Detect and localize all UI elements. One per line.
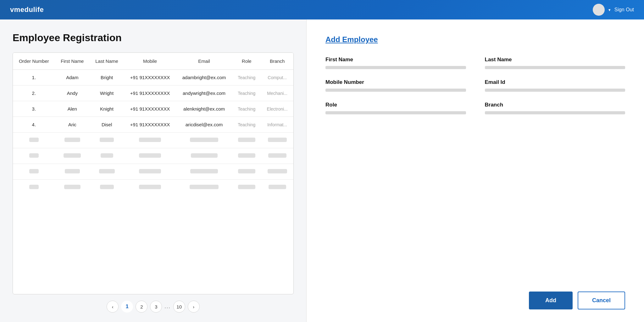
cell-first-name: Aric bbox=[55, 117, 90, 133]
skeleton-cell bbox=[124, 133, 176, 148]
cell-mobile: +91 91XXXXXXXX bbox=[124, 101, 176, 117]
email-input[interactable] bbox=[485, 89, 625, 92]
first-name-group: First Name bbox=[325, 57, 466, 69]
col-first-name: First Name bbox=[55, 53, 90, 70]
cell-mobile: +91 91XXXXXXXX bbox=[124, 117, 176, 133]
page-1-button[interactable]: 1 bbox=[121, 301, 133, 313]
last-name-label: Last Name bbox=[485, 57, 625, 63]
mobile-input[interactable] bbox=[325, 89, 466, 92]
signout-button[interactable]: Sign Out bbox=[614, 7, 634, 13]
cell-branch: Electroni... bbox=[261, 101, 293, 117]
branch-group: Branch bbox=[485, 102, 625, 114]
cell-first-name: Alen bbox=[55, 101, 90, 117]
dropdown-icon[interactable]: ▾ bbox=[608, 8, 611, 12]
table-row[interactable]: 1. Adam Bright +91 91XXXXXXXX adambright… bbox=[13, 70, 293, 85]
table-skeleton-row bbox=[13, 164, 293, 180]
skeleton-cell bbox=[90, 133, 124, 148]
skeleton-cell bbox=[232, 148, 261, 164]
mobile-group: Mobile Number bbox=[325, 79, 466, 92]
skeleton-cell bbox=[90, 164, 124, 180]
skeleton-cell bbox=[13, 180, 55, 195]
skeleton-cell bbox=[232, 133, 261, 148]
skeleton-cell bbox=[232, 180, 261, 195]
employee-table: Order Number First Name Last Name Mobile… bbox=[13, 53, 293, 195]
skeleton-cell bbox=[261, 133, 293, 148]
role-label: Role bbox=[325, 102, 466, 108]
skeleton-cell bbox=[13, 148, 55, 164]
main-layout: Employee Registration Order Number First… bbox=[0, 19, 644, 322]
page-3-button[interactable]: 3 bbox=[150, 301, 162, 313]
mobile-label: Mobile Number bbox=[325, 79, 466, 85]
cell-order: 3. bbox=[13, 101, 55, 117]
page-2-button[interactable]: 2 bbox=[136, 301, 147, 313]
cell-role: Teaching bbox=[232, 101, 261, 117]
table-skeleton-row bbox=[13, 180, 293, 195]
cell-mobile: +91 91XXXXXXXX bbox=[124, 85, 176, 101]
branch-label: Branch bbox=[485, 102, 625, 108]
skeleton-cell bbox=[55, 164, 90, 180]
skeleton-cell bbox=[176, 133, 232, 148]
skeleton-cell bbox=[261, 164, 293, 180]
cell-branch: Mechani... bbox=[261, 85, 293, 101]
page-title: Employee Registration bbox=[13, 32, 294, 44]
next-page-button[interactable]: › bbox=[188, 301, 200, 313]
app-logo: vmedulife bbox=[10, 6, 44, 14]
cell-last-name: Knight bbox=[90, 101, 124, 117]
cell-order: 1. bbox=[13, 70, 55, 85]
col-role: Role bbox=[232, 53, 261, 70]
last-name-input[interactable] bbox=[485, 66, 625, 69]
skeleton-cell bbox=[124, 164, 176, 180]
table-header-row: Order Number First Name Last Name Mobile… bbox=[13, 53, 293, 70]
page-10-button[interactable]: 10 bbox=[173, 301, 185, 313]
table-row[interactable]: 4. Aric Disel +91 91XXXXXXXX aricdisel@e… bbox=[13, 117, 293, 133]
left-panel: Employee Registration Order Number First… bbox=[0, 19, 307, 322]
skeleton-cell bbox=[124, 180, 176, 195]
right-panel: Add Employee First Name Last Name Mobile… bbox=[307, 19, 644, 322]
add-button[interactable]: Add bbox=[529, 292, 573, 309]
role-input[interactable] bbox=[325, 111, 466, 114]
skeleton-cell bbox=[261, 180, 293, 195]
skeleton-cell bbox=[261, 148, 293, 164]
pagination: ‹ 1 2 3 ... 10 › bbox=[13, 294, 294, 316]
cell-role: Teaching bbox=[232, 70, 261, 85]
form-title: Add Employee bbox=[325, 35, 625, 44]
prev-page-button[interactable]: ‹ bbox=[107, 301, 119, 313]
cell-email: alenknight@ex.com bbox=[176, 101, 232, 117]
cancel-button[interactable]: Cancel bbox=[578, 292, 625, 309]
col-email: Email bbox=[176, 53, 232, 70]
skeleton-cell bbox=[55, 133, 90, 148]
col-mobile: Mobile bbox=[124, 53, 176, 70]
role-group: Role bbox=[325, 102, 466, 114]
avatar[interactable] bbox=[593, 4, 605, 16]
table-row[interactable]: 3. Alen Knight +91 91XXXXXXXX alenknight… bbox=[13, 101, 293, 117]
table-skeleton-row bbox=[13, 148, 293, 164]
skeleton-cell bbox=[13, 133, 55, 148]
skeleton-cell bbox=[124, 148, 176, 164]
cell-order: 4. bbox=[13, 117, 55, 133]
cell-branch: Comput... bbox=[261, 70, 293, 85]
cell-role: Teaching bbox=[232, 85, 261, 101]
table-skeleton-row bbox=[13, 133, 293, 148]
table-row[interactable]: 2. Andy Wright +91 91XXXXXXXX andywright… bbox=[13, 85, 293, 101]
email-label: Email Id bbox=[485, 79, 625, 85]
cell-last-name: Bright bbox=[90, 70, 124, 85]
skeleton-cell bbox=[13, 164, 55, 180]
skeleton-cell bbox=[176, 164, 232, 180]
branch-input[interactable] bbox=[485, 111, 625, 114]
first-name-label: First Name bbox=[325, 57, 466, 63]
cell-last-name: Disel bbox=[90, 117, 124, 133]
col-branch: Branch bbox=[261, 53, 293, 70]
last-name-group: Last Name bbox=[485, 57, 625, 69]
app-header: vmedulife ▾ Sign Out bbox=[0, 0, 644, 19]
cell-email: aricdisel@ex.com bbox=[176, 117, 232, 133]
skeleton-cell bbox=[232, 164, 261, 180]
form-actions: Add Cancel bbox=[325, 285, 625, 309]
skeleton-cell bbox=[176, 148, 232, 164]
first-name-input[interactable] bbox=[325, 66, 466, 69]
form-grid: First Name Last Name Mobile Number Email… bbox=[325, 57, 625, 114]
cell-branch: Informat... bbox=[261, 117, 293, 133]
email-group: Email Id bbox=[485, 79, 625, 92]
col-order: Order Number bbox=[13, 53, 55, 70]
employee-table-container: Order Number First Name Last Name Mobile… bbox=[13, 52, 294, 294]
col-last-name: Last Name bbox=[90, 53, 124, 70]
